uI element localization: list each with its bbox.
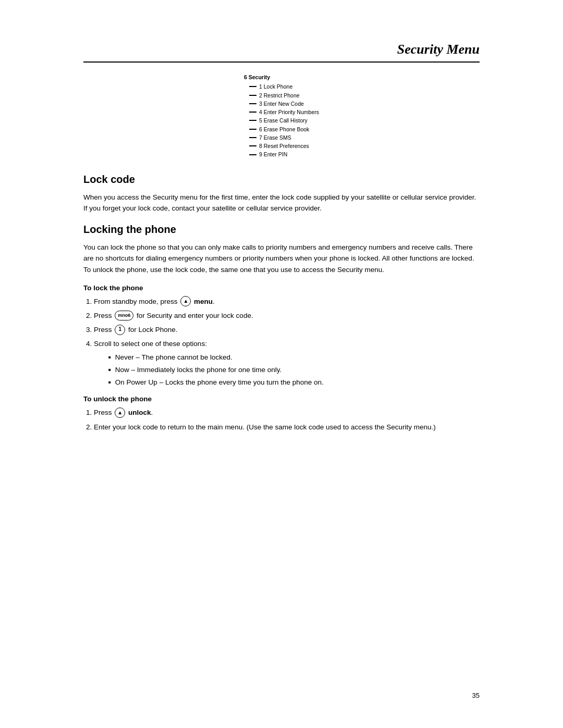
lock-step-1: From standby mode, press ▲ menu. [94,296,480,307]
unlock-step-2: Enter your lock code to return to the ma… [94,422,480,433]
to-lock-subheading: To lock the phone [83,284,480,292]
list-item: 4 Enter Priority Numbers [244,108,319,116]
dash-icon [249,145,256,146]
lock-code-body: When you access the Security menu for th… [83,192,480,214]
lock-step-2: Press mno6 for Security and enter your l… [94,310,480,322]
list-item: 5 Erase Call History [244,116,319,125]
to-unlock-subheading: To unlock the phone [83,395,480,403]
lock-step-3: Press 1 for Lock Phone. [94,324,480,336]
lock-option-power-up: On Power Up – Locks the phone every time… [108,377,480,388]
unlock-steps-list: Press ▲ unlock. Enter your lock code to … [94,407,480,433]
list-item: 7 Erase SMS [244,133,319,142]
dash-icon [249,129,256,130]
lock-option-now: Now – Immediately locks the phone for on… [108,365,480,376]
lock-step-4: Scroll to select one of these options: N… [94,338,480,388]
dash-icon [249,112,256,113]
dash-icon [249,103,256,104]
menu-content: 6 Security 1 Lock Phone 2 Restrict Phone… [244,73,319,159]
dash-icon [249,120,256,121]
list-item: 9 Enter PIN [244,150,319,158]
list-item: 2 Restrict Phone [244,91,319,100]
1-key-button: 1 [115,325,125,335]
menu-key-button: ▲ [180,296,191,306]
title-rule [83,61,480,63]
dash-icon [249,137,256,138]
list-item: 8 Reset Preferences [244,142,319,150]
list-item: 3 Enter New Code [244,100,319,108]
list-item: 1 Lock Phone [244,82,319,91]
dash-icon [249,95,256,96]
list-item: 6 Erase Phone Book [244,125,319,133]
mno6-key-button: mno6 [115,311,133,320]
unlock-key-button: ▲ [115,408,125,418]
locking-phone-heading: Locking the phone [83,224,480,236]
lock-option-never: Never – The phone cannot be locked. [108,352,480,363]
page-title: Security Menu [83,42,480,57]
lock-options-list: Never – The phone cannot be locked. Now … [108,352,480,388]
dash-icon [249,154,256,155]
lock-code-heading: Lock code [83,174,480,186]
menu-header: 6 Security [244,73,319,81]
menu-box: 6 Security 1 Lock Phone 2 Restrict Phone… [83,73,480,159]
locking-phone-body: You can lock the phone so that you can o… [83,242,480,276]
lock-steps-list: From standby mode, press ▲ menu. Press m… [94,296,480,388]
page-number: 35 [472,692,480,699]
page: Security Menu 6 Security 1 Lock Phone 2 … [0,0,563,728]
dash-icon [249,86,256,87]
unlock-step-1: Press ▲ unlock. [94,407,480,418]
